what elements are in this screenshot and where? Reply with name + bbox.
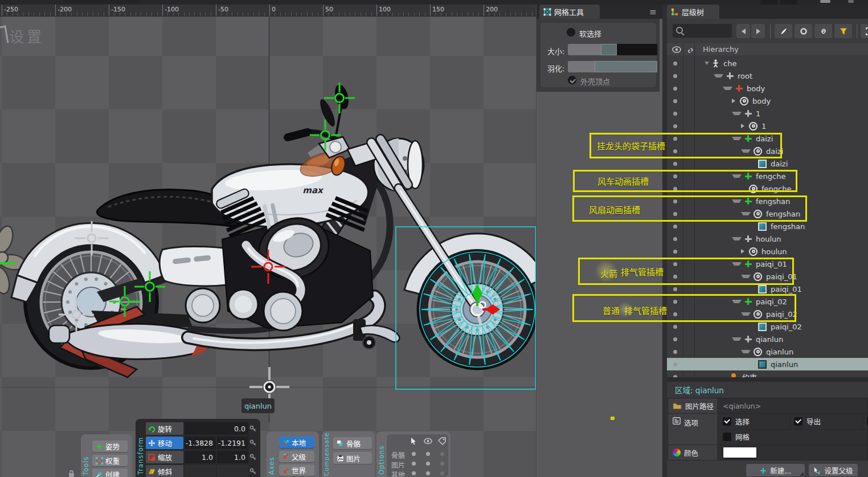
expand-arrow-icon[interactable] (723, 87, 732, 90)
size-slider-fill (568, 44, 601, 55)
option-radio[interactable] (426, 471, 430, 475)
key-icon[interactable] (248, 422, 257, 435)
translate-x-value[interactable]: -1.3828 (185, 437, 216, 449)
axes-world-icon (282, 467, 289, 474)
circle-filter-button[interactable] (795, 24, 812, 38)
pose-button[interactable]: 姿势 (92, 441, 128, 452)
hierarchy-tab[interactable]: 层级树 (667, 5, 719, 19)
tree-row[interactable]: houlun (667, 233, 868, 245)
arrow-right-icon (756, 28, 760, 34)
tree-row[interactable]: body (667, 95, 868, 107)
compensate-bones-button[interactable]: 骨骼 (333, 437, 372, 450)
annotation-text: 挂龙头的袋子插槽 (597, 140, 665, 152)
option-radio[interactable] (412, 452, 416, 456)
key-icon[interactable] (248, 437, 257, 449)
color-swatch[interactable] (723, 447, 757, 458)
compensate-images-button[interactable]: 图片 (333, 452, 372, 464)
tree-row[interactable]: paiqi_02 (667, 320, 868, 333)
axes-world-button[interactable]: 世界 (279, 464, 314, 476)
shear-button[interactable]: 倾斜 (146, 465, 183, 477)
mesh-checkbox[interactable] (723, 433, 731, 441)
feather-slider-handle[interactable] (595, 61, 657, 72)
ruler: -250 -200 -150 -100 -50 0 50 100 150 200 (0, 5, 536, 17)
scale-button[interactable]: 缩放 (146, 451, 183, 463)
translate-button[interactable]: 移动 (146, 437, 183, 449)
option-radio[interactable] (412, 471, 416, 475)
key-icon[interactable] (248, 465, 257, 477)
annotation-text: 排气管插槽 (621, 266, 664, 278)
window-top-strip (0, 0, 868, 5)
tree-row[interactable]: daizi (667, 157, 868, 170)
expand-arrow-icon[interactable] (732, 237, 742, 240)
filter-button[interactable] (834, 24, 852, 38)
shear-y-value[interactable] (217, 465, 248, 477)
mesh-tool-tab[interactable]: 网格工具 (539, 5, 600, 19)
scale-x-value[interactable]: 1.0 (185, 451, 216, 463)
option-radio[interactable] (426, 462, 430, 466)
soft-select-checkbox[interactable] (567, 28, 575, 36)
tree-row[interactable]: 1 (667, 120, 868, 132)
translate-y-value[interactable]: -1.2191 (217, 437, 248, 449)
ruler-tick: 200 (486, 6, 498, 13)
hull-vertices-checkbox[interactable] (568, 76, 576, 84)
option-radio[interactable] (440, 452, 444, 456)
tree-label: paiqi_01 (771, 285, 802, 293)
feather-slider[interactable] (568, 61, 657, 72)
tree-row[interactable]: qianlun (667, 345, 868, 358)
expand-arrow-icon[interactable] (741, 124, 744, 128)
tree-row[interactable]: root (667, 70, 868, 82)
new-button[interactable]: + 新建... (746, 464, 805, 477)
export-checkbox[interactable] (794, 417, 803, 426)
tree-row[interactable]: fengshan (667, 220, 868, 233)
tree-row[interactable]: body (667, 82, 868, 95)
create-button[interactable]: 创建 (92, 468, 128, 477)
clip-filter-button[interactable] (814, 24, 832, 38)
expand-arrow-icon[interactable] (732, 112, 742, 115)
transform-panel-label: Transform (137, 425, 145, 475)
tree-row[interactable]: qianlun (667, 333, 868, 345)
options-row-other-label: 其他 (391, 470, 405, 477)
frame-view-button[interactable] (861, 24, 868, 38)
option-radio[interactable] (426, 452, 430, 456)
axes-local-button[interactable]: 本地 (279, 437, 314, 449)
option-radio[interactable] (412, 462, 416, 466)
tree-row-selected[interactable]: qianlun (667, 358, 868, 370)
brush-filter-button[interactable] (775, 24, 792, 38)
option-radio[interactable] (440, 471, 444, 475)
stray-yellow-dot (611, 417, 615, 420)
rotate-button[interactable]: 旋转 (146, 422, 183, 435)
nav-back-button[interactable] (736, 24, 750, 38)
folder-icon (673, 402, 682, 410)
expand-arrow-icon[interactable] (714, 74, 723, 78)
expand-arrow-icon[interactable] (741, 350, 751, 353)
tree-row[interactable]: che (667, 57, 868, 70)
rotate-value[interactable]: 0.0 (185, 422, 248, 435)
path-value[interactable]: <qianlun> (717, 398, 867, 414)
tree-row[interactable]: houlun (667, 245, 868, 258)
expand-arrow-icon[interactable] (705, 62, 709, 65)
options-panel: Options 骨骼 图片 其他 (376, 431, 451, 477)
panel-menu-icon[interactable]: ≡ (649, 7, 657, 17)
size-slider[interactable] (568, 44, 657, 55)
size-slider-handle[interactable] (601, 44, 617, 55)
hull-vertices-label: 外壳顶点 (580, 76, 610, 87)
viewport-canvas[interactable]: -250 -200 -150 -100 -50 0 50 100 150 200… (0, 5, 536, 477)
slot-icon (754, 348, 762, 356)
translate-icon (148, 439, 155, 447)
tree-row[interactable]: 1 (667, 107, 868, 120)
shear-x-value[interactable] (185, 465, 216, 477)
expand-arrow-icon[interactable] (732, 99, 735, 103)
nav-forward-button[interactable] (751, 24, 765, 38)
search-input[interactable] (673, 24, 732, 38)
expand-arrow-icon[interactable] (732, 337, 742, 341)
expand-arrow-icon[interactable] (741, 249, 744, 254)
weights-button[interactable]: 权重 (92, 455, 128, 467)
select-checkbox[interactable] (723, 417, 731, 426)
option-radio[interactable] (440, 462, 444, 466)
set-parent-button[interactable]: 设置父级 (809, 464, 858, 477)
tree-row[interactable]: 约束 (667, 370, 868, 377)
key-icon[interactable] (248, 451, 257, 463)
scale-y-value[interactable]: 1.0 (217, 451, 248, 463)
translate-label: 移动 (158, 438, 172, 449)
axes-parent-button[interactable]: 父级 (279, 451, 314, 463)
